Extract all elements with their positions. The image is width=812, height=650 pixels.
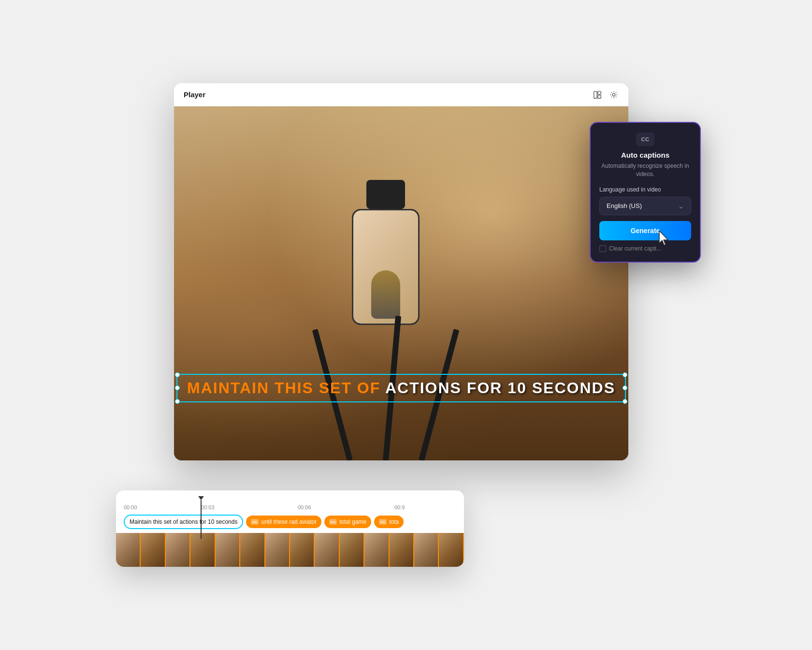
- timeline-captions-row: Maintain this set of actions for 10 seco…: [116, 515, 464, 529]
- layout-icon[interactable]: [593, 90, 602, 100]
- time-mark-0: 00:00: [124, 504, 137, 510]
- phone-body: [352, 209, 420, 325]
- cc-chip-icon-2: CC: [329, 519, 337, 525]
- caption-white: ACTIONS FOR 10 SECONDS: [385, 379, 615, 397]
- playhead[interactable]: [198, 496, 204, 539]
- caption-highlight: MAINTAIN THIS SET OF: [187, 379, 385, 397]
- clear-caption-row: Clear current capti...: [599, 245, 691, 252]
- time-mark-2: 00:06: [298, 504, 311, 510]
- titlebar: Player: [174, 83, 628, 106]
- playhead-line: [201, 500, 202, 539]
- language-label: Language used in video: [599, 186, 691, 193]
- caption-overlay[interactable]: MAINTAIN THIS SET OF ACTIONS FOR 10 SECO…: [176, 374, 626, 402]
- caption-chip-main[interactable]: Maintain this set of actions for 10 seco…: [124, 515, 243, 529]
- cc-chip-icon-1: CC: [251, 519, 259, 525]
- filmstrip-frame-3: [166, 533, 190, 567]
- panel-cc-icon-container: CC: [599, 133, 691, 146]
- caption-chip-until-text: until these rad aviator: [261, 518, 317, 525]
- auto-captions-panel: CC Auto captions Automatically recognize…: [590, 122, 701, 263]
- settings-icon[interactable]: [609, 90, 619, 100]
- titlebar-icons: [593, 90, 619, 100]
- language-select[interactable]: English (US) ⌄: [599, 197, 691, 215]
- player-window: Player: [174, 83, 628, 460]
- cursor-pointer: [657, 230, 671, 247]
- generate-button[interactable]: Generate: [599, 221, 691, 240]
- cc-badge: CC: [636, 133, 654, 146]
- handle-top-right[interactable]: [623, 372, 627, 377]
- time-mark-3: 00:9: [394, 504, 405, 510]
- handle-middle-left[interactable]: [175, 385, 180, 390]
- svg-rect-1: [598, 91, 601, 94]
- caption-chip-until[interactable]: CC until these rad aviator: [246, 516, 321, 528]
- svg-point-3: [612, 93, 615, 96]
- camera-tripod: [308, 180, 463, 460]
- playhead-triangle: [198, 496, 204, 500]
- language-value: English (US): [607, 202, 642, 209]
- filmstrip-frame-5: [216, 533, 240, 567]
- filmstrip-frame-7: [265, 533, 290, 567]
- chevron-down-icon: ⌄: [678, 202, 684, 210]
- filmstrip-frame-13: [414, 533, 439, 567]
- filmstrip-frame-14: [439, 533, 464, 567]
- filmstrip-frame-6: [240, 533, 265, 567]
- caption-text: MAINTAIN THIS SET OF ACTIONS FOR 10 SECO…: [187, 380, 615, 397]
- svg-rect-0: [594, 91, 597, 98]
- caption-chip-tota-text: tota: [389, 518, 399, 525]
- filmstrip-frame-2: [141, 533, 165, 567]
- phone-person: [371, 270, 400, 319]
- caption-box: MAINTAIN THIS SET OF ACTIONS FOR 10 SECO…: [176, 374, 626, 402]
- handle-middle-right[interactable]: [623, 385, 627, 390]
- timeline-panel: 00:00 00:03 00:06 00:9 Maintain this set…: [116, 490, 464, 567]
- cc-chip-icon-3: CC: [379, 519, 387, 525]
- clear-caption-label: Clear current capti...: [609, 245, 661, 252]
- filmstrip-frame-11: [364, 533, 389, 567]
- filmstrip-frame-9: [315, 533, 339, 567]
- panel-description: Automatically recognize speech in videos…: [599, 162, 691, 178]
- timeline-filmstrip: [116, 533, 464, 567]
- player-title: Player: [184, 90, 205, 99]
- caption-chip-tota[interactable]: CC tota: [374, 516, 404, 528]
- filmstrip-frame-1: [116, 533, 141, 567]
- phone-screen: [353, 210, 418, 324]
- caption-chip-main-text: Maintain this set of actions for 10 seco…: [130, 518, 237, 525]
- timeline-ruler: 00:00 00:03 00:06 00:9: [116, 498, 464, 515]
- panel-title: Auto captions: [599, 151, 691, 159]
- filmstrip-frame-8: [290, 533, 315, 567]
- camera-head: [366, 180, 405, 209]
- clear-caption-checkbox[interactable]: [599, 245, 606, 252]
- handle-top-left[interactable]: [175, 372, 180, 377]
- filmstrip-frame-12: [390, 533, 414, 567]
- caption-chip-total-game-text: total game: [339, 518, 366, 525]
- video-area: MAINTAIN THIS SET OF ACTIONS FOR 10 SECO…: [174, 106, 628, 460]
- video-background: MAINTAIN THIS SET OF ACTIONS FOR 10 SECO…: [174, 106, 628, 460]
- caption-chip-total-game[interactable]: CC total game: [324, 516, 371, 528]
- svg-rect-2: [598, 95, 601, 98]
- filmstrip-frame-10: [340, 533, 364, 567]
